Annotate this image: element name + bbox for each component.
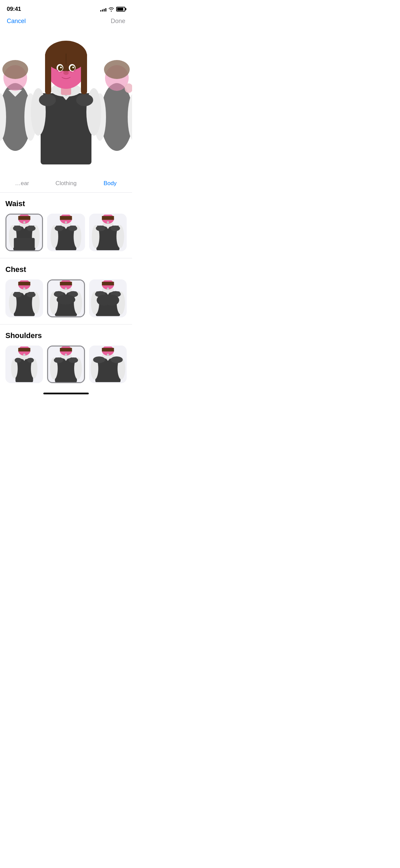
done-button[interactable]: Done [111, 18, 125, 25]
chest-title: Chest [5, 265, 127, 274]
tab-headwear[interactable]: …ear [0, 177, 44, 190]
svg-point-117 [69, 357, 78, 363]
status-time: 09:41 [7, 6, 21, 13]
svg-rect-29 [45, 64, 51, 94]
svg-point-28 [65, 71, 67, 73]
svg-point-64 [110, 225, 120, 231]
battery-icon [116, 7, 125, 12]
svg-point-120 [65, 354, 67, 356]
svg-point-74 [27, 292, 36, 297]
svg-point-24 [57, 70, 59, 72]
svg-point-53 [55, 225, 64, 231]
signal-icon [100, 7, 106, 12]
chest-option-2[interactable] [47, 279, 85, 317]
svg-point-21 [60, 67, 62, 68]
svg-point-26 [74, 70, 76, 72]
svg-point-77 [23, 288, 25, 290]
waist-section: Waist [0, 193, 132, 258]
svg-rect-109 [18, 348, 30, 352]
waist-option-3[interactable] [89, 214, 127, 251]
svg-point-106 [15, 358, 21, 363]
svg-rect-87 [60, 282, 72, 285]
svg-point-67 [107, 221, 109, 223]
bottom-area [0, 393, 132, 400]
tabs-container: …ear Clothing Body [0, 175, 132, 193]
waist-option-2[interactable] [47, 214, 85, 251]
chest-option-3[interactable] [89, 279, 127, 317]
svg-point-110 [23, 354, 25, 356]
avatar-preview [0, 29, 132, 175]
svg-point-126 [93, 356, 105, 363]
chest-options [5, 279, 127, 324]
svg-point-73 [13, 292, 22, 297]
status-icons [100, 7, 125, 12]
svg-point-19 [58, 65, 63, 71]
svg-point-47 [23, 221, 25, 223]
svg-rect-44 [14, 238, 35, 250]
nav-bar: Cancel Done [0, 16, 132, 29]
svg-rect-99 [102, 282, 114, 285]
svg-rect-119 [60, 348, 72, 352]
svg-point-100 [107, 288, 109, 290]
svg-point-127 [110, 356, 123, 363]
svg-point-25 [60, 71, 62, 73]
svg-point-130 [107, 354, 109, 356]
svg-point-107 [27, 358, 34, 363]
tab-body[interactable]: Body [88, 177, 132, 190]
cancel-button[interactable]: Cancel [7, 18, 26, 25]
shoulders-option-1[interactable] [5, 346, 43, 383]
shoulders-title: Shoulders [5, 331, 127, 340]
svg-point-54 [68, 225, 77, 231]
svg-rect-30 [81, 64, 87, 94]
waist-title: Waist [5, 199, 127, 208]
svg-point-97 [105, 295, 119, 305]
shoulders-option-2[interactable] [47, 346, 85, 383]
svg-rect-66 [102, 216, 114, 220]
svg-point-27 [70, 71, 72, 73]
status-bar: 09:41 [0, 0, 132, 16]
shoulders-section: Shoulders [0, 324, 132, 390]
svg-point-10 [39, 94, 56, 106]
chest-section: Chest [0, 258, 132, 324]
svg-point-43 [27, 225, 36, 231]
svg-point-63 [96, 225, 105, 231]
shoulders-options [5, 346, 127, 390]
chest-option-1[interactable] [5, 279, 43, 317]
home-indicator [43, 393, 89, 394]
svg-rect-46 [18, 216, 30, 220]
svg-rect-129 [102, 348, 114, 352]
svg-point-11 [76, 94, 93, 106]
shoulders-option-3[interactable] [89, 346, 127, 383]
avatar-main [22, 34, 110, 170]
waist-option-1[interactable] [5, 214, 43, 251]
svg-point-85 [57, 295, 75, 304]
wifi-icon [108, 7, 114, 12]
svg-rect-56 [60, 216, 72, 220]
waist-options [5, 214, 127, 258]
svg-point-42 [13, 225, 22, 231]
svg-point-116 [54, 357, 63, 363]
svg-point-88 [65, 288, 67, 290]
svg-point-57 [65, 221, 67, 223]
tab-clothing[interactable]: Clothing [44, 177, 88, 190]
svg-point-22 [72, 67, 74, 68]
svg-rect-76 [18, 282, 30, 285]
